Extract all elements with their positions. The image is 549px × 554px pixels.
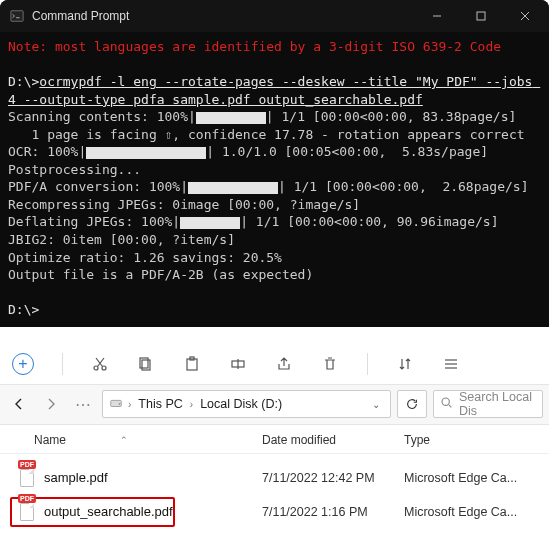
file-row[interactable]: PDF sample.pdf 7/11/2022 12:42 PM Micros…: [0, 462, 549, 494]
maximize-button[interactable]: [459, 0, 503, 32]
file-type: Microsoft Edge Ca...: [404, 471, 549, 485]
file-date: 7/11/2022 12:42 PM: [262, 471, 404, 485]
sort-caret-icon: ⌃: [120, 435, 128, 445]
line-pdfa: PDF/A conversion: 100%|: [8, 179, 188, 194]
breadcrumb[interactable]: Local Disk (D:): [198, 397, 284, 411]
column-type[interactable]: Type: [404, 433, 549, 447]
line-recomp: Recompressing JPEGs: 0image [00:00, ?ima…: [8, 197, 360, 212]
pdf-file-icon: PDF: [18, 469, 36, 487]
minimize-button[interactable]: [415, 0, 459, 32]
line-jbig2: JBIG2: 0item [00:00, ?item/s]: [8, 232, 235, 247]
address-bar-row: ⋯ › This PC › Local Disk (D:) ⌄ Search L…: [0, 385, 549, 425]
terminal-output[interactable]: Note: most languages are identified by a…: [0, 32, 549, 327]
chevron-down-icon[interactable]: ⌄: [368, 399, 384, 410]
command-text: ocrmypdf -l eng --rotate-pages --deskew …: [8, 74, 540, 107]
sort-icon[interactable]: [396, 355, 414, 373]
rename-icon[interactable]: [229, 355, 247, 373]
progress-bar: [180, 217, 240, 229]
svg-point-17: [119, 403, 121, 405]
cut-icon[interactable]: [91, 355, 109, 373]
svg-line-19: [449, 405, 451, 407]
up-button[interactable]: ⋯: [70, 391, 96, 417]
line-post: Postprocessing...: [8, 162, 141, 177]
svg-rect-0: [11, 11, 23, 22]
share-icon[interactable]: [275, 355, 293, 373]
titlebar[interactable]: Command Prompt: [0, 0, 549, 32]
line-ocr-tail: | 1.0/1.0 [00:05<00:00, 5.83s/page]: [206, 144, 488, 159]
file-row-highlighted[interactable]: PDF output_searchable.pdf: [10, 497, 175, 527]
view-icon[interactable]: [442, 355, 460, 373]
search-placeholder: Search Local Dis: [459, 390, 536, 418]
column-name[interactable]: Name⌃: [0, 433, 262, 447]
svg-point-6: [102, 366, 106, 370]
prompt: D:\>: [8, 74, 39, 89]
line-ocr: OCR: 100%|: [8, 144, 86, 159]
forward-button[interactable]: [38, 391, 64, 417]
file-name: sample.pdf: [44, 470, 262, 485]
file-list-header: Name⌃ Date modified Type: [0, 425, 549, 454]
new-button[interactable]: +: [12, 353, 34, 375]
search-input[interactable]: Search Local Dis: [433, 390, 543, 418]
close-button[interactable]: [503, 0, 547, 32]
prompt: D:\>: [8, 302, 39, 317]
drive-icon: [109, 396, 123, 413]
pdf-file-icon: PDF: [18, 503, 36, 521]
svg-rect-2: [477, 12, 485, 20]
line-rotate: 1 page is facing ⇧, confidence 17.78 - r…: [8, 127, 525, 142]
svg-point-18: [442, 398, 449, 405]
separator: [367, 353, 368, 375]
cmd-icon: [10, 9, 24, 23]
line-out: Output file is a PDF/A-2B (as expected): [8, 267, 313, 282]
search-icon: [440, 396, 453, 412]
line-scan-tail: | 1/1 [00:00<00:00, 83.38page/s]: [266, 109, 516, 124]
separator: [62, 353, 63, 375]
note-line: Note: most languages are identified by a…: [8, 39, 501, 54]
breadcrumb[interactable]: This PC: [136, 397, 184, 411]
line-deflate: Deflating JPEGs: 100%|: [8, 214, 180, 229]
line-deflate-tail: | 1/1 [00:00<00:00, 90.96image/s]: [240, 214, 498, 229]
file-date: 7/11/2022 1:16 PM: [262, 505, 404, 519]
address-bar[interactable]: › This PC › Local Disk (D:) ⌄: [102, 390, 391, 418]
file-name: output_searchable.pdf: [44, 504, 173, 519]
chevron-right-icon[interactable]: ›: [187, 399, 196, 410]
chevron-right-icon[interactable]: ›: [125, 399, 134, 410]
paste-icon[interactable]: [183, 355, 201, 373]
window-title: Command Prompt: [32, 9, 415, 23]
column-date[interactable]: Date modified: [262, 433, 404, 447]
delete-icon[interactable]: [321, 355, 339, 373]
window-controls: [415, 0, 547, 32]
progress-bar: [196, 112, 266, 124]
back-button[interactable]: [6, 391, 32, 417]
line-opt: Optimize ratio: 1.26 savings: 20.5%: [8, 250, 282, 265]
copy-icon[interactable]: [137, 355, 155, 373]
command-prompt-window: Command Prompt Note: most languages are …: [0, 0, 549, 327]
explorer-toolbar: +: [0, 345, 549, 385]
progress-bar: [86, 147, 206, 159]
svg-point-5: [94, 366, 98, 370]
line-scan: Scanning contents: 100%|: [8, 109, 196, 124]
file-type: Microsoft Edge Ca...: [404, 505, 517, 519]
svg-rect-9: [187, 359, 197, 370]
progress-bar: [188, 182, 278, 194]
refresh-button[interactable]: [397, 390, 427, 418]
line-pdfa-tail: | 1/1 [00:00<00:00, 2.68page/s]: [278, 179, 528, 194]
